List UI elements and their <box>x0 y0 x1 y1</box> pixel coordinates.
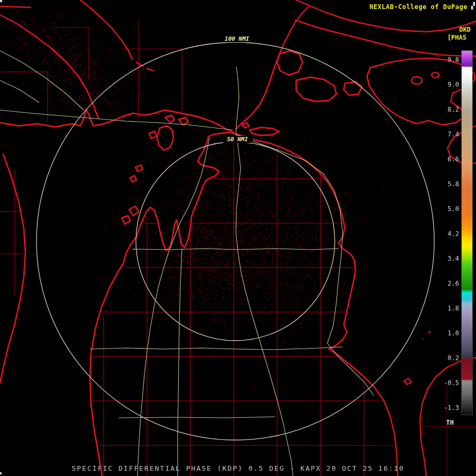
colorbar-bottom-label: TH <box>446 419 454 426</box>
colorbar-tick-label: 9.8 <box>447 56 459 63</box>
colorbar-gradient <box>461 50 473 415</box>
range-rings: 50 NMI 100 NMI <box>36 35 434 440</box>
road-us10-east-west <box>90 347 343 350</box>
frame-corner-marks <box>0 0 2 474</box>
lower-michigan-west-coast <box>90 132 235 476</box>
colorbar-tick-label: 2.6 <box>447 280 459 287</box>
range-ring-100nmi <box>36 42 434 440</box>
road-us2-upper-peninsula <box>0 110 233 130</box>
lower-peninsula-county-grid <box>85 132 413 476</box>
road-m66-south <box>178 249 182 476</box>
colorbar-tick-label: 1.8 <box>447 305 459 312</box>
charity-island <box>404 379 411 385</box>
straits-islands <box>242 123 279 135</box>
colorbar-units-label: [PHAS <box>447 34 466 41</box>
base-map: 50 NMI 100 NMI <box>0 0 476 476</box>
brand-text: NEXLAB-College of DuPage <box>370 3 468 11</box>
shorelines <box>0 0 476 476</box>
colorbar-tick-label: 8.2 <box>447 106 459 113</box>
colorbar-tick-label: -0.5 <box>444 379 459 387</box>
road-i75-north <box>236 67 239 131</box>
range-ring-50nmi <box>136 142 335 341</box>
lower-michigan-east-coast <box>235 134 398 476</box>
colorbar-tick-label: 0.2 <box>447 354 459 362</box>
colorbar-tick-label: 5.8 <box>447 180 459 188</box>
green-bay-west-shore <box>0 15 98 118</box>
st-marys-river-shore <box>236 6 309 129</box>
colorbar-product-label: DKD <box>459 26 471 33</box>
door-peninsula-shore <box>80 0 153 71</box>
colorbar-tick-label: 9.0 <box>447 81 459 88</box>
top-left-border-segment <box>0 6 31 7</box>
range-ring-50nmi-label: 50 NMI <box>227 136 248 143</box>
road-wisconsin-2 <box>0 80 39 103</box>
county-borders <box>0 20 476 476</box>
dupage-logo-icon: ▞ <box>471 2 475 10</box>
product-caption: SPECIFIC DIFFERENTIAL PHASE (KDP) 0.5 DE… <box>0 464 476 472</box>
range-ring-100nmi-label: 100 NMI <box>225 35 250 42</box>
st-joseph-drummond-islands <box>277 51 362 102</box>
colorbar-tick-label: 7.4 <box>447 131 459 138</box>
colorbar-tick-label: 6.6 <box>447 155 459 163</box>
wisconsin-county-lines <box>0 169 21 296</box>
road-m72-east-west <box>132 249 338 250</box>
colorbar-tick-label: 3.4 <box>447 255 459 262</box>
colorbar-tick-label: -1.3 <box>444 404 459 411</box>
road-wisconsin-1 <box>0 51 84 110</box>
colorbar-tick-label: 4.2 <box>447 230 459 237</box>
colorbar-tick-label: 1.0 <box>447 329 459 337</box>
colorbar-ticks: 9.89.08.27.46.65.85.04.23.42.61.81.00.2-… <box>436 50 459 415</box>
road-us31-west <box>138 138 209 476</box>
colorbar-tick-label: 5.0 <box>447 205 459 213</box>
road-i75-south <box>236 131 293 476</box>
radar-display: 50 NMI 100 NMI NEXLAB-College of DuPage … <box>0 0 476 476</box>
wisconsin-lake-michigan-shore <box>0 154 25 383</box>
lake-michigan-islands <box>122 115 188 224</box>
upper-peninsula-county-lines <box>0 20 182 123</box>
